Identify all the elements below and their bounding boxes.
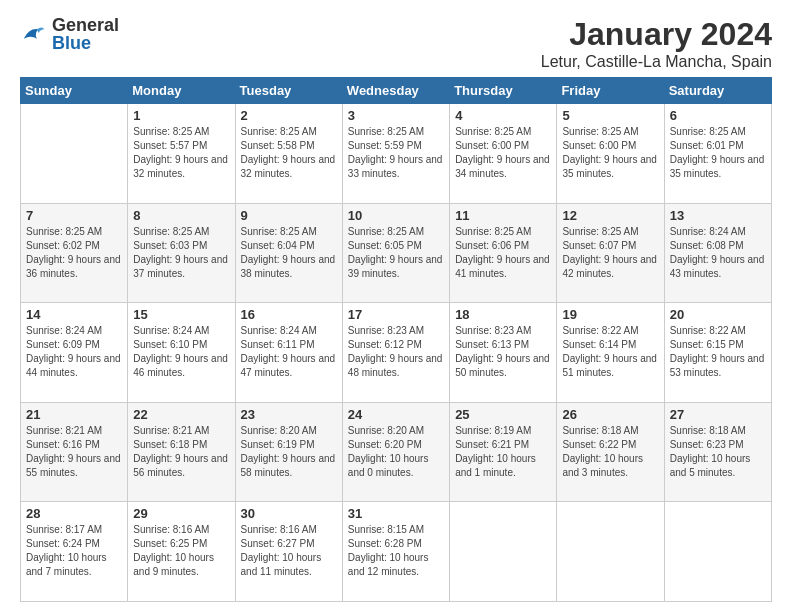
day-number: 11 — [455, 208, 551, 223]
daylight-text: Daylight: 9 hours and 51 minutes. — [562, 353, 657, 378]
table-cell — [450, 502, 557, 602]
daylight-text: Daylight: 10 hours and 11 minutes. — [241, 552, 322, 577]
sunset-text: Sunset: 5:58 PM — [241, 140, 315, 151]
cell-content: Sunrise: 8:23 AM Sunset: 6:12 PM Dayligh… — [348, 324, 444, 380]
month-title: January 2024 — [541, 16, 772, 53]
sunrise-text: Sunrise: 8:18 AM — [562, 425, 638, 436]
cell-content: Sunrise: 8:18 AM Sunset: 6:22 PM Dayligh… — [562, 424, 658, 480]
day-number: 17 — [348, 307, 444, 322]
sunset-text: Sunset: 6:01 PM — [670, 140, 744, 151]
daylight-text: Daylight: 9 hours and 48 minutes. — [348, 353, 443, 378]
daylight-text: Daylight: 9 hours and 34 minutes. — [455, 154, 550, 179]
table-cell: 13 Sunrise: 8:24 AM Sunset: 6:08 PM Dayl… — [664, 203, 771, 303]
day-number: 21 — [26, 407, 122, 422]
sunset-text: Sunset: 6:15 PM — [670, 339, 744, 350]
sunset-text: Sunset: 6:05 PM — [348, 240, 422, 251]
day-number: 10 — [348, 208, 444, 223]
sunset-text: Sunset: 6:28 PM — [348, 538, 422, 549]
day-number: 13 — [670, 208, 766, 223]
daylight-text: Daylight: 9 hours and 38 minutes. — [241, 254, 336, 279]
sunset-text: Sunset: 6:21 PM — [455, 439, 529, 450]
daylight-text: Daylight: 9 hours and 37 minutes. — [133, 254, 228, 279]
day-number: 24 — [348, 407, 444, 422]
table-cell: 7 Sunrise: 8:25 AM Sunset: 6:02 PM Dayli… — [21, 203, 128, 303]
sunrise-text: Sunrise: 8:25 AM — [133, 226, 209, 237]
cell-content: Sunrise: 8:16 AM Sunset: 6:27 PM Dayligh… — [241, 523, 337, 579]
sunset-text: Sunset: 6:02 PM — [26, 240, 100, 251]
sunrise-text: Sunrise: 8:22 AM — [670, 325, 746, 336]
col-thursday: Thursday — [450, 78, 557, 104]
week-row-4: 28 Sunrise: 8:17 AM Sunset: 6:24 PM Dayl… — [21, 502, 772, 602]
day-number: 7 — [26, 208, 122, 223]
col-monday: Monday — [128, 78, 235, 104]
daylight-text: Daylight: 10 hours and 0 minutes. — [348, 453, 429, 478]
daylight-text: Daylight: 9 hours and 47 minutes. — [241, 353, 336, 378]
table-cell: 4 Sunrise: 8:25 AM Sunset: 6:00 PM Dayli… — [450, 104, 557, 204]
sunset-text: Sunset: 6:20 PM — [348, 439, 422, 450]
sunset-text: Sunset: 6:14 PM — [562, 339, 636, 350]
sunset-text: Sunset: 6:03 PM — [133, 240, 207, 251]
day-number: 4 — [455, 108, 551, 123]
cell-content: Sunrise: 8:21 AM Sunset: 6:16 PM Dayligh… — [26, 424, 122, 480]
cell-content: Sunrise: 8:24 AM Sunset: 6:11 PM Dayligh… — [241, 324, 337, 380]
table-cell: 29 Sunrise: 8:16 AM Sunset: 6:25 PM Dayl… — [128, 502, 235, 602]
table-cell: 17 Sunrise: 8:23 AM Sunset: 6:12 PM Dayl… — [342, 303, 449, 403]
table-cell: 31 Sunrise: 8:15 AM Sunset: 6:28 PM Dayl… — [342, 502, 449, 602]
daylight-text: Daylight: 9 hours and 55 minutes. — [26, 453, 121, 478]
table-cell: 21 Sunrise: 8:21 AM Sunset: 6:16 PM Dayl… — [21, 402, 128, 502]
cell-content: Sunrise: 8:25 AM Sunset: 6:00 PM Dayligh… — [562, 125, 658, 181]
sunrise-text: Sunrise: 8:25 AM — [455, 126, 531, 137]
day-number: 25 — [455, 407, 551, 422]
daylight-text: Daylight: 9 hours and 43 minutes. — [670, 254, 765, 279]
sunrise-text: Sunrise: 8:19 AM — [455, 425, 531, 436]
cell-content: Sunrise: 8:25 AM Sunset: 6:03 PM Dayligh… — [133, 225, 229, 281]
sunset-text: Sunset: 6:06 PM — [455, 240, 529, 251]
day-number: 26 — [562, 407, 658, 422]
table-cell: 9 Sunrise: 8:25 AM Sunset: 6:04 PM Dayli… — [235, 203, 342, 303]
day-number: 18 — [455, 307, 551, 322]
day-number: 20 — [670, 307, 766, 322]
sunset-text: Sunset: 6:27 PM — [241, 538, 315, 549]
day-number: 28 — [26, 506, 122, 521]
sunrise-text: Sunrise: 8:25 AM — [455, 226, 531, 237]
logo: General Blue — [20, 16, 119, 52]
daylight-text: Daylight: 9 hours and 56 minutes. — [133, 453, 228, 478]
sunset-text: Sunset: 6:04 PM — [241, 240, 315, 251]
cell-content: Sunrise: 8:18 AM Sunset: 6:23 PM Dayligh… — [670, 424, 766, 480]
sunrise-text: Sunrise: 8:25 AM — [26, 226, 102, 237]
day-number: 14 — [26, 307, 122, 322]
daylight-text: Daylight: 9 hours and 42 minutes. — [562, 254, 657, 279]
day-number: 30 — [241, 506, 337, 521]
daylight-text: Daylight: 10 hours and 7 minutes. — [26, 552, 107, 577]
cell-content: Sunrise: 8:24 AM Sunset: 6:09 PM Dayligh… — [26, 324, 122, 380]
sunrise-text: Sunrise: 8:21 AM — [133, 425, 209, 436]
day-number: 12 — [562, 208, 658, 223]
table-cell — [21, 104, 128, 204]
daylight-text: Daylight: 10 hours and 5 minutes. — [670, 453, 751, 478]
sunset-text: Sunset: 6:10 PM — [133, 339, 207, 350]
sunrise-text: Sunrise: 8:25 AM — [133, 126, 209, 137]
table-cell: 22 Sunrise: 8:21 AM Sunset: 6:18 PM Dayl… — [128, 402, 235, 502]
table-cell: 28 Sunrise: 8:17 AM Sunset: 6:24 PM Dayl… — [21, 502, 128, 602]
cell-content: Sunrise: 8:25 AM Sunset: 5:57 PM Dayligh… — [133, 125, 229, 181]
daylight-text: Daylight: 9 hours and 44 minutes. — [26, 353, 121, 378]
header: General Blue January 2024 Letur, Castill… — [20, 16, 772, 71]
table-cell: 19 Sunrise: 8:22 AM Sunset: 6:14 PM Dayl… — [557, 303, 664, 403]
sunrise-text: Sunrise: 8:20 AM — [348, 425, 424, 436]
sunrise-text: Sunrise: 8:25 AM — [348, 126, 424, 137]
day-number: 2 — [241, 108, 337, 123]
week-row-1: 7 Sunrise: 8:25 AM Sunset: 6:02 PM Dayli… — [21, 203, 772, 303]
day-number: 8 — [133, 208, 229, 223]
cell-content: Sunrise: 8:25 AM Sunset: 6:02 PM Dayligh… — [26, 225, 122, 281]
daylight-text: Daylight: 9 hours and 36 minutes. — [26, 254, 121, 279]
calendar-header-row: Sunday Monday Tuesday Wednesday Thursday… — [21, 78, 772, 104]
cell-content: Sunrise: 8:20 AM Sunset: 6:20 PM Dayligh… — [348, 424, 444, 480]
col-saturday: Saturday — [664, 78, 771, 104]
sunset-text: Sunset: 6:22 PM — [562, 439, 636, 450]
sunrise-text: Sunrise: 8:25 AM — [562, 226, 638, 237]
cell-content: Sunrise: 8:24 AM Sunset: 6:08 PM Dayligh… — [670, 225, 766, 281]
sunrise-text: Sunrise: 8:25 AM — [562, 126, 638, 137]
table-cell: 16 Sunrise: 8:24 AM Sunset: 6:11 PM Dayl… — [235, 303, 342, 403]
table-cell: 20 Sunrise: 8:22 AM Sunset: 6:15 PM Dayl… — [664, 303, 771, 403]
sunrise-text: Sunrise: 8:23 AM — [455, 325, 531, 336]
